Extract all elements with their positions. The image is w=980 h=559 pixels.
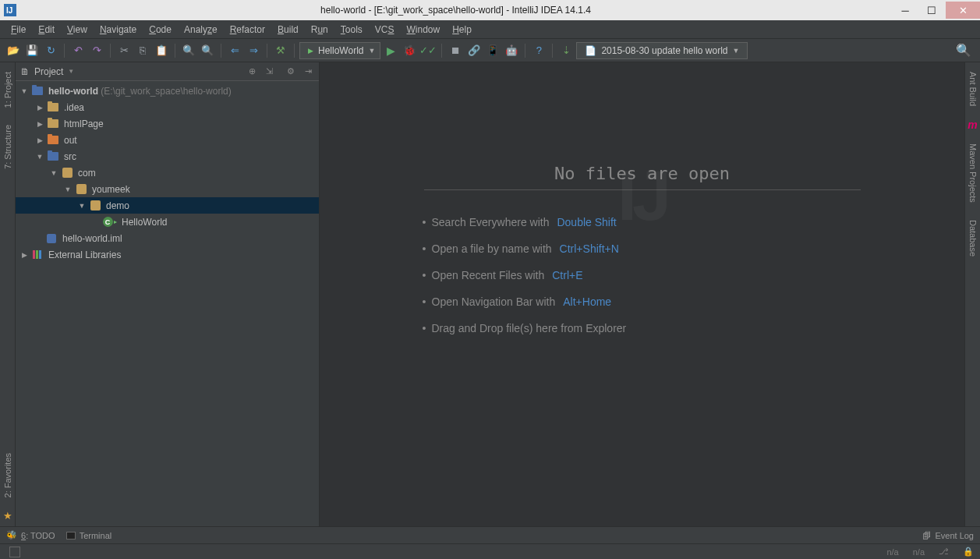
open-icon[interactable]: 📂 bbox=[5, 42, 22, 59]
hide-icon[interactable]: ⇥ bbox=[302, 65, 314, 78]
tree-folder-out[interactable]: ▶ out bbox=[16, 132, 319, 148]
separator bbox=[64, 44, 65, 58]
back-icon[interactable]: ⇐ bbox=[226, 42, 243, 59]
run-config-dropdown[interactable]: ▶ HelloWorld ▼ bbox=[299, 42, 380, 59]
editor-area[interactable]: IJ No files are open Search Everywhere w… bbox=[320, 62, 964, 526]
tool-tab-favorites[interactable]: 2: Favorites bbox=[2, 448, 14, 502]
android-icon[interactable]: 🤖 bbox=[503, 42, 520, 59]
collapse-icon[interactable]: ▼ bbox=[19, 87, 30, 95]
undo-icon[interactable]: ↶ bbox=[69, 42, 87, 59]
eventlog-icon: 🗐 bbox=[922, 531, 931, 540]
right-tool-stripe: Ant Build m Maven Projects Database bbox=[964, 62, 980, 526]
hint-item: Open Recent Files withCtrl+E bbox=[424, 262, 861, 288]
menu-tools[interactable]: Tools bbox=[334, 22, 369, 37]
window-title: hello-world - [E:\git_work_space\hello-w… bbox=[20, 5, 891, 16]
menu-view[interactable]: View bbox=[61, 22, 94, 37]
project-panel-header: 🗎 Project ▼ ⊕ ⇲ ⚙ ⇥ bbox=[16, 62, 319, 81]
search-everywhere-icon[interactable]: 🔍 bbox=[952, 42, 975, 59]
separator bbox=[221, 44, 221, 58]
project-view-dropdown[interactable]: 🗎 Project ▼ bbox=[20, 66, 74, 77]
menu-refactor[interactable]: Refactor bbox=[224, 22, 271, 37]
close-button[interactable]: ✕ bbox=[946, 2, 980, 19]
window-titlebar: IJ hello-world - [E:\git_work_space\hell… bbox=[0, 0, 980, 20]
coverage-icon[interactable]: ✓✓ bbox=[419, 42, 437, 59]
menu-analyze[interactable]: Analyze bbox=[178, 22, 224, 37]
lock-icon[interactable]: 🔒 bbox=[963, 547, 974, 557]
event-log-button[interactable]: 🗐 Event Log bbox=[922, 531, 974, 540]
separator bbox=[110, 44, 111, 58]
tool-tab-project[interactable]: 1: Project bbox=[2, 67, 14, 112]
paste-icon[interactable]: 📋 bbox=[153, 42, 170, 59]
tool-tab-database[interactable]: Database bbox=[967, 215, 979, 261]
vcs-update-icon[interactable]: ⇣ bbox=[557, 42, 575, 59]
debug-icon[interactable]: 🐞 bbox=[401, 42, 418, 59]
collapse-icon[interactable]: ▼ bbox=[62, 186, 73, 193]
run-icon[interactable]: ▶ bbox=[382, 42, 399, 59]
sync-icon[interactable]: ↻ bbox=[42, 42, 59, 59]
menu-build[interactable]: Build bbox=[271, 22, 305, 37]
left-tool-stripe: 1: Project 7: Structure 2: Favorites ★ bbox=[0, 62, 16, 526]
star-icon: ★ bbox=[3, 510, 12, 526]
expand-icon[interactable]: ▶ bbox=[19, 251, 30, 259]
tree-file-iml[interactable]: hello-world.iml bbox=[16, 230, 319, 246]
tree-folder-htmlpage[interactable]: ▶ htmlPage bbox=[16, 115, 319, 132]
status-na1: n/a bbox=[886, 547, 898, 557]
todo-icon: 🐝 bbox=[6, 530, 17, 540]
hint-item: Open a file by name withCtrl+Shift+N bbox=[424, 235, 861, 262]
build-icon[interactable]: ⚒ bbox=[272, 42, 289, 59]
tree-folder-idea[interactable]: ▶ .idea bbox=[16, 99, 319, 115]
git-branch-icon[interactable]: ⎇ bbox=[939, 547, 949, 557]
vcs-branch-dropdown[interactable]: 📄 2015-08-30 update hello world ▼ bbox=[576, 42, 748, 59]
copy-icon[interactable]: ⎘ bbox=[134, 42, 151, 59]
avd-icon[interactable]: 📱 bbox=[484, 42, 501, 59]
menu-help[interactable]: Help bbox=[446, 22, 478, 37]
tree-package-youmeek[interactable]: ▼ youmeek bbox=[16, 181, 319, 197]
menu-window[interactable]: Window bbox=[400, 22, 446, 37]
find-icon[interactable]: 🔍 bbox=[180, 42, 197, 59]
menu-code[interactable]: Code bbox=[143, 22, 178, 37]
cut-icon[interactable]: ✂ bbox=[115, 42, 133, 59]
maximize-button[interactable]: ☐ bbox=[919, 2, 944, 19]
tool-windows-toggle[interactable] bbox=[9, 547, 20, 557]
tree-folder-src[interactable]: ▼ src bbox=[16, 148, 319, 165]
terminal-icon bbox=[66, 532, 76, 540]
menu-edit[interactable]: Edit bbox=[32, 22, 61, 37]
tool-tab-todo[interactable]: 🐝 6: TODO bbox=[6, 530, 55, 540]
collapse-icon[interactable]: ▼ bbox=[48, 169, 59, 177]
tool-tab-terminal[interactable]: Terminal bbox=[66, 531, 112, 540]
replace-icon[interactable]: 🔍 bbox=[199, 42, 216, 59]
menu-file[interactable]: File bbox=[5, 22, 32, 37]
minimize-button[interactable]: ─ bbox=[893, 2, 918, 19]
vcs-info-label: 2015-08-30 update hello world bbox=[601, 45, 727, 56]
menu-navigate[interactable]: Navigate bbox=[94, 22, 143, 37]
project-icon: 🗎 bbox=[20, 66, 30, 77]
project-tool-window: 🗎 Project ▼ ⊕ ⇲ ⚙ ⇥ ▼ hello-world (E:\gi… bbox=[16, 62, 320, 526]
menu-vcs[interactable]: VCS bbox=[369, 22, 401, 37]
separator bbox=[441, 44, 442, 58]
gear-icon[interactable]: ⚙ bbox=[285, 65, 297, 78]
tree-package-com[interactable]: ▼ com bbox=[16, 165, 319, 181]
redo-icon[interactable]: ↷ bbox=[88, 42, 105, 59]
forward-icon[interactable]: ⇒ bbox=[245, 42, 262, 59]
help-icon[interactable]: ? bbox=[530, 42, 547, 59]
tree-package-demo[interactable]: ▼ demo bbox=[16, 197, 319, 214]
expand-icon[interactable]: ▶ bbox=[34, 136, 45, 144]
scroll-target-icon[interactable]: ⊕ bbox=[246, 65, 258, 78]
hint-item: Drag and Drop file(s) here from Explorer bbox=[424, 315, 861, 341]
tool-tab-ant[interactable]: Ant Build bbox=[967, 67, 979, 111]
tool-tab-structure[interactable]: 7: Structure bbox=[2, 120, 14, 174]
tree-root[interactable]: ▼ hello-world (E:\git_work_space\hello-w… bbox=[16, 83, 319, 99]
expand-icon[interactable]: ▶ bbox=[34, 104, 45, 111]
project-tree[interactable]: ▼ hello-world (E:\git_work_space\hello-w… bbox=[16, 81, 319, 526]
collapse-icon[interactable]: ▼ bbox=[34, 153, 45, 161]
menu-run[interactable]: Run bbox=[305, 22, 334, 37]
expand-icon[interactable]: ▶ bbox=[34, 120, 45, 128]
collapse-all-icon[interactable]: ⇲ bbox=[263, 65, 275, 78]
tree-class-helloworld[interactable]: C ▸ HelloWorld bbox=[16, 214, 319, 230]
attach-icon[interactable]: 🔗 bbox=[465, 42, 483, 59]
stop-icon[interactable]: ⏹ bbox=[447, 42, 464, 59]
tool-tab-maven[interactable]: Maven Projects bbox=[967, 139, 979, 207]
collapse-icon[interactable]: ▼ bbox=[76, 202, 87, 210]
tree-external-libraries[interactable]: ▶ External Libraries bbox=[16, 246, 319, 263]
save-all-icon[interactable]: 💾 bbox=[23, 42, 41, 59]
